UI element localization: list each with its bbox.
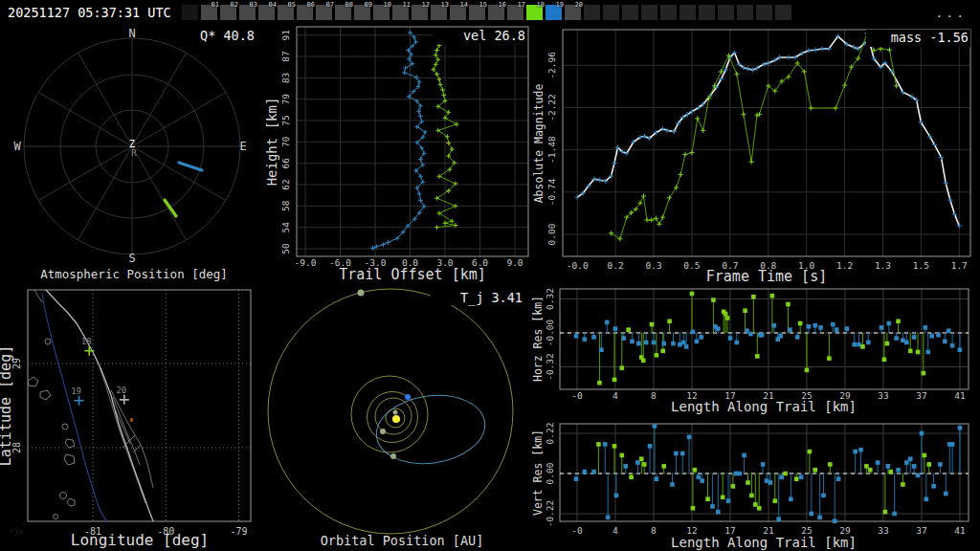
- horz-residuals-panel[interactable]: -04812172125293337410.32-0.00-0.32 Horz …: [531, 288, 969, 414]
- svg-text:62: 62: [280, 179, 291, 189]
- planet-orbit: [268, 289, 513, 534]
- svg-text:91: 91: [280, 30, 291, 41]
- map-stations: 181920: [71, 337, 133, 422]
- svg-text:75: 75: [280, 115, 291, 125]
- map-xlabel: Longitude [deg]: [71, 531, 210, 549]
- trail-xlabel: Trail Offset [km]: [339, 266, 486, 283]
- svg-text:-0: -0: [571, 525, 583, 536]
- svg-text:41: 41: [954, 390, 966, 401]
- magnitude-plot: -0.00.20.30.50.70.81.01.21.31.51.70.00-0…: [546, 30, 970, 271]
- svg-text:-1.48: -1.48: [546, 136, 557, 164]
- svg-text:1.7: 1.7: [951, 260, 968, 271]
- svg-text:0.5: 0.5: [683, 260, 700, 271]
- svg-text:-0.00: -0.00: [545, 319, 555, 346]
- magnitude-ylabel: Absolute Magnitude: [532, 84, 546, 204]
- svg-text:33: 33: [878, 525, 888, 536]
- svg-text:0.00: 0.00: [545, 462, 555, 484]
- magnitude-xlabel: Frame Time [s]: [706, 268, 827, 285]
- horz-residuals-plot: -04812172125293337410.32-0.00-0.32: [545, 288, 969, 401]
- trail-ylabel: Height [km]: [264, 98, 279, 187]
- svg-text:-2.96: -2.96: [546, 52, 557, 79]
- svg-text:9.0: 9.0: [506, 257, 523, 268]
- svg-text:50: 50: [280, 243, 291, 254]
- lakes: [28, 339, 75, 519]
- impact-mark: [130, 418, 133, 422]
- station-marker-18[interactable]: 18: [81, 337, 94, 356]
- svg-text:37: 37: [916, 525, 926, 536]
- svg-text:-0.22: -0.22: [545, 500, 555, 528]
- shoreline: [46, 290, 153, 521]
- blue-camera-track: [179, 163, 202, 170]
- q-stat: Q* 40.8: [200, 28, 255, 43]
- svg-text:66: 66: [280, 158, 291, 169]
- watermark: rjw: [10, 527, 23, 536]
- green-camera-track: [165, 200, 176, 216]
- svg-text:0.32: 0.32: [545, 288, 555, 310]
- vel-stat: vel 26.8: [463, 28, 525, 43]
- svg-text:1.5: 1.5: [913, 260, 929, 271]
- svg-text:-0.32: -0.32: [545, 353, 555, 381]
- planet-orbit: [375, 398, 412, 434]
- tj-stat: T_j 3.41: [460, 290, 523, 306]
- river-line: [42, 293, 109, 524]
- svg-text:83: 83: [280, 73, 291, 83]
- compass-n-label: N: [128, 27, 135, 40]
- vert-ylabel: Vert Res [km]: [531, 430, 545, 516]
- orbital-position-panel[interactable]: T_j 3.41 Orbital Position [AU]: [268, 289, 524, 548]
- vert-residuals-plot: -04812172125293337410.220.00-0.22: [545, 423, 969, 536]
- compass-s-label: S: [128, 252, 135, 265]
- svg-text:70: 70: [280, 136, 291, 147]
- svg-text:58: 58: [280, 200, 291, 211]
- sun-marker: [392, 415, 400, 423]
- horz-ylabel: Horz Res [km]: [531, 296, 545, 382]
- map-grid: -81-80-792928: [11, 290, 251, 537]
- svg-text:-0: -0: [571, 390, 583, 401]
- svg-text:37: 37: [916, 390, 926, 401]
- station-marker-20[interactable]: 20: [116, 386, 128, 405]
- orbital-diagram: [268, 289, 513, 534]
- horz-xlabel: Length Along Trail [km]: [671, 399, 857, 414]
- svg-text:1.3: 1.3: [875, 260, 891, 271]
- vert-residuals-panel[interactable]: -04812172125293337410.220.00-0.22 Vert R…: [531, 423, 969, 550]
- station-marker-19[interactable]: 19: [71, 386, 83, 406]
- meteoroid-orbit: [372, 388, 490, 470]
- magnitude-panel[interactable]: -0.00.20.30.50.70.81.01.21.31.51.70.00-0…: [532, 30, 970, 285]
- svg-text:8: 8: [651, 390, 657, 401]
- planet-marker-earth: [390, 453, 396, 459]
- trail-offset-panel[interactable]: -9.0-6.0-3.00.03.06.09.05054586266707579…: [264, 27, 528, 283]
- coastline-map: [28, 290, 153, 524]
- planet-orbit: [368, 392, 418, 443]
- meteoroid-marker: [405, 394, 411, 400]
- compass-e-label: E: [239, 140, 246, 153]
- ground-map-panel[interactable]: -81-80-792928: [0, 290, 251, 549]
- radiant-label: R: [131, 148, 137, 158]
- planet-marker-venus: [380, 429, 386, 434]
- svg-text:-2.22: -2.22: [546, 94, 557, 121]
- vert-xlabel: Length Along Trail [km]: [671, 535, 857, 550]
- svg-text:-79: -79: [230, 526, 247, 537]
- svg-text:79: 79: [280, 94, 291, 105]
- svg-text:4: 4: [612, 525, 618, 536]
- compass-w-label: W: [13, 140, 21, 153]
- orbital-title: Orbital Position [AU]: [321, 533, 484, 548]
- svg-text:54: 54: [280, 222, 291, 233]
- svg-text:0.22: 0.22: [545, 423, 555, 445]
- svg-text:0.2: 0.2: [608, 260, 624, 271]
- svg-text:0.00: 0.00: [546, 223, 557, 245]
- polar-tracks: [165, 163, 202, 216]
- planet-marker-jupiter: [358, 290, 365, 297]
- dashboard-scene: N S E W Z R Q* 40.8 Atmospheric Position…: [0, 0, 980, 551]
- svg-text:8: 8: [651, 525, 657, 536]
- meteor-analysis-app: 20251127 05:37:31 UTC 010203040506070809…: [0, 0, 980, 551]
- atmospheric-position-panel[interactable]: N S E W Z R Q* 40.8 Atmospheric Position…: [13, 27, 255, 281]
- trail-offset-plot: -9.0-6.0-3.00.03.06.09.05054586266707579…: [280, 27, 528, 268]
- station-label: 20: [116, 386, 126, 395]
- svg-text:4: 4: [612, 390, 618, 401]
- planet-orbit: [351, 376, 428, 452]
- planet-marker-mercury: [393, 410, 398, 415]
- svg-text:-0.0: -0.0: [567, 260, 589, 271]
- svg-text:0.3: 0.3: [645, 260, 661, 271]
- atmospheric-title: Atmospheric Position [deg]: [40, 267, 228, 281]
- mass-stat: mass -1.56: [891, 30, 969, 45]
- svg-text:-9.0: -9.0: [295, 257, 317, 268]
